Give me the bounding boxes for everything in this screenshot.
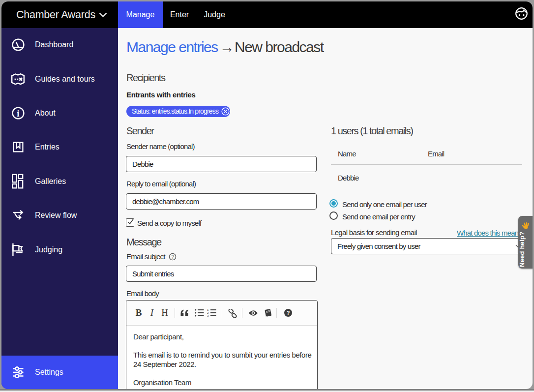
svg-text:i: i [17, 108, 19, 119]
svg-text:?: ? [171, 254, 174, 260]
svg-text:3: 3 [207, 314, 209, 317]
svg-text:?: ? [287, 310, 290, 316]
